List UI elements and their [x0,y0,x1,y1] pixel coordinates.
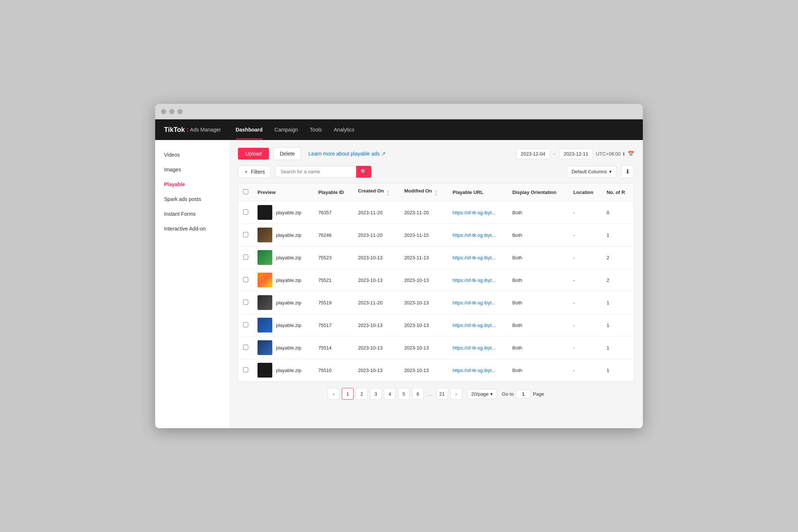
goto-input[interactable] [516,389,531,399]
page-3-button[interactable]: 3 [370,388,382,400]
row-checkbox-cell [238,224,253,246]
upload-button[interactable]: Upload [238,148,269,160]
playable-id-cell: 75519 [314,291,354,314]
table-row: playable.zip 76246 2023-11-20 2023-11-15… [238,224,634,246]
logo-colon: : [186,126,188,134]
search-input[interactable] [275,166,356,177]
row-checkbox[interactable] [243,300,248,305]
default-columns-button[interactable]: Default Columns ▾ [567,166,617,177]
created-on-cell: 2023-11-20 [354,224,400,246]
url-cell[interactable]: https://sf-tk-sg.ibyt... [448,246,508,269]
data-table: Preview Playable ID Created On ▲▼ Modifi… [238,183,634,382]
plus-icon: ＋ [243,168,249,175]
next-page-button[interactable]: › [450,388,462,400]
page-6-button[interactable]: 6 [412,388,424,400]
filters-button[interactable]: ＋ Filters [238,166,270,178]
sidebar-item-playable[interactable]: Playable [155,177,229,192]
url-cell[interactable]: https://sf-tk-sg.ibyt... [448,337,508,359]
nav-campaign[interactable]: Campaign [274,120,298,139]
nav-items: Dashboard Campaign Tools Analytics [236,120,355,139]
url-cell[interactable]: https://sf-tk-sg.ibyt... [448,291,508,314]
count-cell: 1 [602,314,634,337]
file-name: playable.zip [276,368,301,373]
main-content: Upload Delete Learn more about playable … [229,140,643,428]
per-page-chevron: ▾ [490,391,493,397]
row-checkbox[interactable] [243,232,248,237]
created-on-cell: 2023-10-13 [354,337,400,359]
sidebar-item-instant-forms[interactable]: Instant Forms [155,207,229,221]
file-name: playable.zip [276,345,301,351]
toolbar: Upload Delete Learn more about playable … [238,147,634,160]
modified-on-cell: 2023-11-15 [400,224,448,246]
orientation-cell: Both [508,359,569,382]
col-modified-on[interactable]: Modified On ▲▼ [400,184,448,201]
sidebar-item-interactive-addon[interactable]: Interactive Add-on [155,221,229,236]
table-row: playable.zip 75510 2023-10-13 2023-10-13… [238,359,634,382]
nav-tools[interactable]: Tools [310,120,322,139]
preview-cell: playable.zip [253,201,314,224]
url-cell[interactable]: https://sf-tk-sg.ibyt... [448,201,508,224]
search-row: ＋ Filters 🔍 Default Columns ▾ ⬇ [238,165,634,178]
sidebar-item-images[interactable]: Images [155,162,229,177]
page-5-button[interactable]: 5 [398,388,410,400]
calendar-icon[interactable]: 📅 [628,151,634,157]
location-cell: - [569,224,602,246]
date-start-input[interactable]: 2023-12-04 [516,149,550,159]
row-checkbox[interactable] [243,345,248,350]
nav-dashboard[interactable]: Dashboard [236,120,263,139]
preview-cell: playable.zip [253,314,314,337]
sidebar-item-videos[interactable]: Videos [155,147,229,162]
col-no-of-r: No. of R [602,184,634,201]
window-close-btn[interactable] [161,109,166,114]
row-checkbox[interactable] [243,255,248,260]
page-4-button[interactable]: 4 [384,388,396,400]
row-checkbox[interactable] [243,277,248,282]
logo-sub: Ads Manager [190,127,221,133]
thumbnail [258,340,272,355]
url-cell[interactable]: https://sf-tk-sg.ibyt... [448,224,508,246]
download-button[interactable]: ⬇ [621,165,634,178]
row-checkbox[interactable] [243,367,248,372]
row-checkbox[interactable] [243,209,248,215]
table-header: Preview Playable ID Created On ▲▼ Modifi… [238,184,634,201]
logo-tiktok: TikTok [164,126,185,134]
date-separator: ~ [553,151,556,157]
delete-button[interactable]: Delete [273,147,301,160]
logo: TikTok: Ads Manager [164,126,221,134]
page-2-button[interactable]: 2 [356,388,368,400]
location-cell: - [569,201,602,224]
per-page-select[interactable]: 20/page ▾ [467,389,497,399]
window-minimize-btn[interactable] [169,109,174,114]
row-checkbox-cell [238,337,253,359]
main-layout: Videos Images Playable Spark ads posts I… [155,140,643,428]
count-cell: 1 [602,359,634,382]
chevron-down-icon: ▾ [609,169,612,174]
select-all-checkbox[interactable] [243,189,248,194]
page-1-button[interactable]: 1 [342,388,354,400]
col-display-orientation: Display Orientation [508,184,569,201]
preview-cell: playable.zip [253,291,314,314]
url-cell[interactable]: https://sf-tk-sg.ibyt... [448,269,508,291]
thumbnail [258,205,272,220]
url-cell[interactable]: https://sf-tk-sg.ibyt... [448,314,508,337]
row-checkbox[interactable] [243,322,248,327]
page-21-button[interactable]: 21 [436,388,448,400]
date-end-input[interactable]: 2023-12-11 [559,149,593,159]
prev-page-button[interactable]: ‹ [328,388,340,400]
created-on-cell: 2023-11-20 [354,201,400,224]
table-body: playable.zip 76357 2023-11-20 2023-11-20… [238,201,634,382]
learn-more-link[interactable]: Learn more about playable ads ↗ [308,151,386,157]
window-maximize-btn[interactable] [177,109,183,114]
col-created-on[interactable]: Created On ▲▼ [354,184,400,201]
external-link-icon: ↗ [381,151,386,157]
info-icon: ℹ [623,151,625,157]
url-cell[interactable]: https://sf-tk-sg.ibyt... [448,359,508,382]
search-button[interactable]: 🔍 [356,166,371,178]
modified-on-cell: 2023-11-20 [400,201,448,224]
table-row: playable.zip 75519 2023-11-20 2023-10-13… [238,291,634,314]
timezone: UTC+08:00 ℹ [596,151,625,157]
nav-analytics[interactable]: Analytics [334,120,354,139]
sidebar-item-spark-ads[interactable]: Spark ads posts [155,192,229,207]
modified-on-cell: 2023-10-13 [400,359,448,382]
count-cell: 2 [602,246,634,269]
